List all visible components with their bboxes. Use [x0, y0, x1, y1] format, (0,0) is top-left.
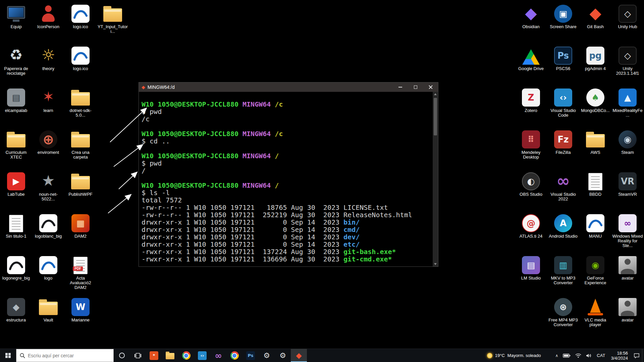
desktop-icon-logoblanc-big[interactable]: logoblanc_big: [32, 213, 64, 239]
network-status[interactable]: [573, 349, 584, 362]
desktop-icon-vlc[interactable]: VLC media player: [579, 297, 611, 327]
desktop-icon-avatar-2[interactable]: avatar: [611, 297, 644, 322]
desktop-icon-atlas-ti[interactable]: @ATLAS.ti 24: [515, 213, 547, 239]
document-icon: [9, 215, 23, 232]
desktop-icon-obs-studio[interactable]: ◐OBS Studio: [515, 171, 547, 197]
desktop-icon-marianne[interactable]: WMarianne: [64, 297, 97, 322]
show-desktop-button[interactable]: [642, 349, 644, 362]
desktop-icon-bbdd[interactable]: BBDD: [579, 171, 611, 197]
desktop-icon-filezilla[interactable]: FzFileZilla: [547, 129, 579, 155]
taskbar-app-file-explorer[interactable]: [162, 349, 178, 362]
search-input[interactable]: [28, 353, 110, 358]
desktop-icon-steamvr[interactable]: VRSteamVR: [611, 171, 644, 197]
taskbar-app-chrome[interactable]: [178, 349, 194, 362]
desktop-icon-lm-studio[interactable]: ▤LM Studio: [515, 255, 547, 281]
recycle-bin-icon: ♻: [7, 45, 25, 65]
desktop-icon-labtube[interactable]: ▶LabTube: [0, 171, 32, 197]
weather-temperature: 19°C: [495, 353, 505, 358]
terminal-window[interactable]: ◆ MINGW64:/d W10 1050@DESKTOP-JCCL880 MI…: [139, 82, 438, 267]
desktop-icon-steam[interactable]: ◉Steam: [611, 129, 644, 155]
clock[interactable]: 18:56 3/4/2024: [607, 351, 631, 361]
desktop-icon-logo-ico-2[interactable]: logo.ico: [64, 45, 97, 71]
desktop-icon-label: noun-net-5022...: [33, 192, 64, 201]
desktop-icon-pgadmin[interactable]: pgpgAdmin 4: [579, 45, 611, 71]
desktop-icon-label: enviroment: [38, 150, 59, 155]
taskbar-search[interactable]: [16, 349, 114, 362]
desktop-icon-pscs6[interactable]: PsPSCS6: [547, 45, 579, 71]
battery-status[interactable]: [560, 349, 573, 362]
desktop-icon-avatar-1[interactable]: avatar: [611, 255, 644, 281]
volume-status[interactable]: [584, 349, 594, 362]
action-center-button[interactable]: [631, 349, 642, 362]
desktop-icon-unity-hub[interactable]: ◇Unity Hub: [611, 3, 644, 29]
taskbar-app-git-bash[interactable]: ◆: [291, 349, 307, 362]
desktop-icon-logonegre-big[interactable]: logonegre_big: [0, 255, 32, 281]
desktop-icon-dotnet-sdk[interactable]: dotnet-sdk-5.0...: [64, 87, 97, 118]
desktop-icon-mendeley[interactable]: ⠿Mendeley Desktop: [515, 129, 547, 160]
desktop-icon-dam2[interactable]: ▦DAM2: [64, 213, 97, 239]
desktop-icon-google-drive[interactable]: Google Drive: [515, 45, 547, 71]
desktop-icon-estructura[interactable]: ◆estructura: [0, 297, 32, 322]
desktop-icon-android-studio[interactable]: AAndroid Studio: [547, 213, 579, 239]
taskbar-app-vscode[interactable]: ‹›: [194, 349, 210, 362]
desktop-icon-win-mixed-reality[interactable]: ∞Windows Mixed Reality for Ste...: [611, 213, 644, 248]
scrollbar-thumb[interactable]: [434, 98, 437, 135]
desktop-icon-sin-titulo[interactable]: Sin titulo-1: [0, 213, 32, 239]
desktop-icon-git-bash-desktop[interactable]: ◆Git Bash: [579, 3, 611, 29]
desktop-icon-iconperson[interactable]: IconPerson: [32, 3, 64, 29]
desktop-icon-elcampalab[interactable]: ▤elcampalab: [0, 87, 32, 113]
desktop-icon-label: learn: [44, 108, 53, 113]
desktop-icon-publishwpf[interactable]: PublishWPF: [64, 171, 97, 197]
photoshop-icon: Ps: [554, 47, 572, 65]
taskbar-app-settings-2[interactable]: ⚙: [275, 349, 291, 362]
taskbar-app-photoshop[interactable]: Ps: [243, 349, 259, 362]
desktop-icon-label: logo: [44, 276, 53, 281]
maximize-button[interactable]: [408, 82, 423, 92]
weather-widget[interactable]: 19°C Mayorm. soleado: [483, 353, 545, 358]
terminal-body[interactable]: W10 1050@DESKTOP-JCCL880 MINGW64 /c$ pwd…: [139, 92, 433, 266]
desktop-icon-zotero[interactable]: ZZotero: [515, 87, 547, 113]
start-button[interactable]: [0, 349, 16, 362]
taskbar-app-visual-studio[interactable]: ∞: [210, 349, 226, 362]
desktop-icon-mixedreality-fe[interactable]: ▲MixedRealityFe...: [611, 87, 644, 118]
cortana-button[interactable]: [114, 349, 130, 362]
desktop-icon-geforce[interactable]: ◉GeForce Experience: [579, 255, 611, 285]
desktop-icon-crea-una-carpeta[interactable]: Crea una carpeta: [64, 129, 97, 160]
terminal-titlebar[interactable]: ◆ MINGW64:/d: [139, 82, 438, 92]
minimize-button[interactable]: [393, 82, 408, 92]
desktop-icon-learn[interactable]: ✶learn: [32, 87, 64, 113]
desktop-icon-acta-avaluacio[interactable]: Acta Avaluació2 DAM2: [64, 255, 97, 290]
desktop-icon-logo[interactable]: logo: [32, 255, 64, 281]
taskbar-app-settings[interactable]: ⚙: [259, 349, 275, 362]
desktop-icon-noun-net[interactable]: ★noun-net-5022...: [32, 171, 64, 201]
desktop-icon-aws[interactable]: AWS: [579, 129, 611, 155]
desktop-icon-vscode-desktop[interactable]: ‹›Visual Studio Code: [547, 87, 579, 118]
desktop-icon-logo-ico-1[interactable]: logo.ico: [64, 3, 97, 29]
desktop-icon-manu[interactable]: MANU: [579, 213, 611, 239]
language-indicator[interactable]: CAT: [594, 349, 607, 362]
desktop-icon-obsidian[interactable]: ◆Obsidian: [515, 3, 547, 29]
desktop-icon-vault[interactable]: Vault: [32, 297, 64, 322]
scroll-up-icon[interactable]: [434, 93, 437, 95]
tray-overflow-button[interactable]: ∧: [553, 349, 561, 362]
desktop-icon-paperera[interactable]: ♻Paperera de reciclatge: [0, 45, 32, 76]
close-button[interactable]: [423, 82, 438, 92]
desktop-icon-mkv-to-mp3[interactable]: ▥MKV to MP3 Converter: [547, 255, 579, 285]
desktop-icon-unity-2023[interactable]: ◇Unity 2023.1.14f1: [611, 45, 644, 76]
desktop-icon-yt-input-tutorial[interactable]: YT_Input_Tutori...: [97, 3, 129, 34]
taskbar-app-chrome-2[interactable]: [226, 349, 243, 362]
taskbar-app-app-orange[interactable]: *: [146, 349, 162, 362]
desktop-icon-theory[interactable]: ☼theory: [32, 45, 64, 71]
desktop-icon-enviroment[interactable]: ⊕enviroment: [32, 129, 64, 155]
desktop-icon-label: LM Studio: [521, 276, 541, 281]
desktop-icon-curriculum-xtec[interactable]: Curriculum XTEC: [0, 129, 32, 160]
desktop-icon-mongodb-compass[interactable]: ♠MongoDBCo...: [579, 87, 611, 113]
desktop-icon-equip[interactable]: Equip: [0, 3, 32, 29]
desktop-icon-free-mp4-mp3[interactable]: ⊛Free MP4 MP3 Converter: [547, 297, 579, 327]
desktop-icon-screen-share[interactable]: ▣Screen Share: [547, 3, 579, 29]
terminal-scrollbar[interactable]: [433, 92, 438, 266]
task-view-button[interactable]: [130, 349, 146, 362]
desktop-icon-visual-studio-2022[interactable]: ∞Visual Studio 2022: [547, 171, 579, 201]
search-icon: [20, 353, 25, 358]
scroll-down-icon[interactable]: [434, 263, 437, 265]
